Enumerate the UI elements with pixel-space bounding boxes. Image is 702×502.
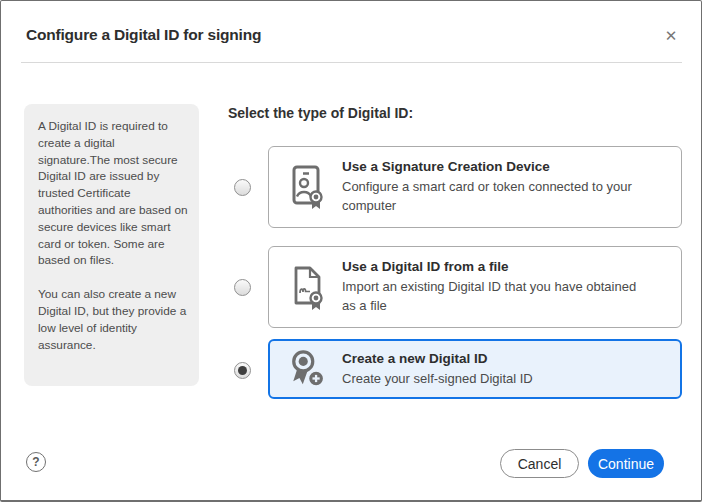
option-title: Create a new Digital ID [342, 351, 670, 366]
option-description: Create your self-signed Digital ID [342, 369, 670, 388]
badge-plus-icon [289, 348, 327, 390]
cancel-button[interactable]: Cancel [500, 449, 579, 478]
option-text: Use a Signature Creation Device Configur… [342, 159, 681, 215]
option-description: Configure a smart card or token connecte… [342, 177, 671, 215]
configure-digital-id-dialog: Configure a Digital ID for signing ✕ A D… [0, 0, 702, 502]
info-paragraph-2: You can also create a new Digital ID, bu… [38, 286, 191, 353]
close-icon[interactable]: ✕ [660, 25, 682, 47]
option-text: Use a Digital ID from a file Import an e… [342, 259, 681, 315]
option-card-id-from-file[interactable]: Use a Digital ID from a file Import an e… [268, 246, 682, 328]
smart-card-badge-icon [289, 164, 327, 210]
help-button[interactable]: ? [26, 452, 46, 472]
option-description: Import an existing Digital ID that you h… [342, 277, 671, 315]
option-title: Use a Digital ID from a file [342, 259, 671, 274]
option-text: Create a new Digital ID Create your self… [342, 351, 680, 388]
radio-dot [238, 366, 247, 375]
radio-option-signature-device[interactable] [234, 179, 251, 196]
info-paragraph-1: A Digital ID is required to create a dig… [38, 118, 191, 269]
radio-option-id-from-file[interactable] [234, 279, 251, 296]
dialog-title: Configure a Digital ID for signing [26, 26, 261, 44]
title-divider [21, 62, 682, 63]
option-title: Use a Signature Creation Device [342, 159, 671, 174]
option-card-signature-device[interactable]: Use a Signature Creation Device Configur… [268, 146, 682, 228]
info-panel: A Digital ID is required to create a dig… [24, 104, 199, 386]
option-card-new-id[interactable]: Create a new Digital ID Create your self… [268, 339, 682, 399]
continue-button[interactable]: Continue [588, 449, 664, 478]
radio-option-new-id[interactable] [234, 362, 251, 379]
file-badge-icon [289, 264, 327, 310]
section-heading: Select the type of Digital ID: [228, 105, 413, 121]
